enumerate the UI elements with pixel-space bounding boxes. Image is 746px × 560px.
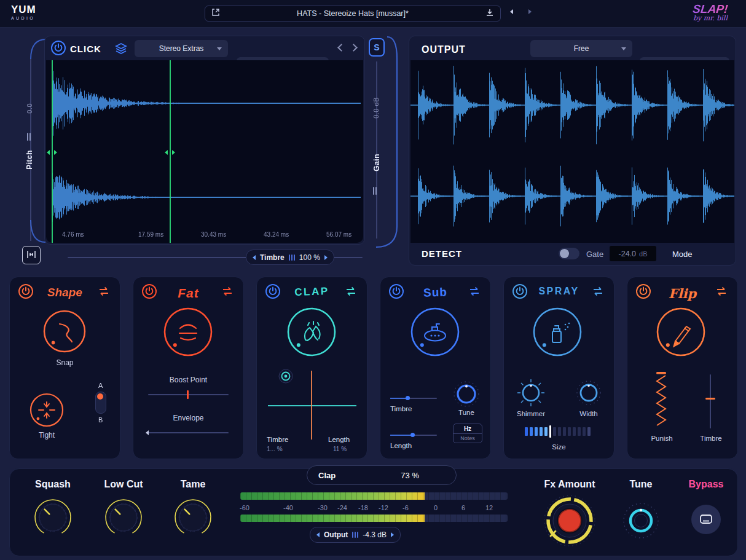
click-waveform-display[interactable]: 4.76 ms 17.59 ms 30.43 ms 43.24 ms 56.07… <box>46 60 363 243</box>
fat-route-button[interactable] <box>219 283 236 301</box>
logo-subtext: AUDIO <box>11 16 36 20</box>
end-marker-left-handle[interactable] <box>165 150 168 155</box>
boost-point-slider[interactable] <box>148 394 229 395</box>
clap-amount-slider[interactable]: Clap 73 % <box>307 465 457 485</box>
timbre-increment-icon[interactable] <box>324 255 328 260</box>
fat-power-button[interactable] <box>141 283 158 301</box>
click-panel: CLICK Stereo Extras Noise Mush 01 4.76 m… <box>44 36 365 245</box>
output-increment-icon[interactable] <box>391 532 394 537</box>
lowcut-label: Low Cut <box>93 479 154 490</box>
shimmer-knob[interactable] <box>514 376 548 412</box>
prev-noise-button[interactable] <box>337 44 345 52</box>
envelope-slider[interactable] <box>148 432 229 433</box>
spray-knob[interactable] <box>531 306 584 361</box>
pitch-label: Pitch <box>25 150 34 170</box>
tight-knob[interactable] <box>28 392 65 431</box>
sub-knob[interactable] <box>409 306 461 361</box>
end-marker-right-handle[interactable] <box>172 150 175 155</box>
sub-power-button[interactable] <box>388 283 405 301</box>
envelope-handle[interactable] <box>146 430 149 435</box>
sub-length-handle[interactable] <box>410 433 415 437</box>
clap-power-button[interactable] <box>264 283 281 301</box>
tame-knob[interactable] <box>173 497 213 540</box>
preset-bar[interactable]: HATS - Stereoize Hats [mussar]* <box>205 6 501 22</box>
sub-tune-knob[interactable] <box>452 379 481 411</box>
sub-route-button[interactable] <box>466 283 483 301</box>
timbre-value: 100 % <box>299 253 320 262</box>
click-solo-button[interactable]: S <box>369 38 385 57</box>
flip-power-button[interactable] <box>635 283 652 301</box>
shape-power-button[interactable] <box>17 283 34 301</box>
swap-icon <box>343 283 359 299</box>
next-preset-button[interactable] <box>528 9 532 14</box>
export-preset-icon[interactable] <box>211 8 220 19</box>
tight-icon <box>39 402 55 418</box>
boost-point-handle[interactable] <box>187 390 189 399</box>
scale-tick: -24 <box>337 504 347 511</box>
clap-route-button[interactable] <box>342 283 359 301</box>
save-preset-icon[interactable] <box>485 8 494 19</box>
sub-timbre-handle[interactable] <box>406 396 410 400</box>
size-handle[interactable] <box>549 425 551 438</box>
sub-timbre-slider[interactable] <box>390 398 437 399</box>
gain-slider-handle[interactable] <box>373 187 377 195</box>
size-slider[interactable] <box>525 425 591 438</box>
shape-route-button[interactable] <box>95 283 112 301</box>
clap-length-value: 11 % <box>333 446 347 452</box>
scale-tick: -12 <box>379 504 388 511</box>
gate-unit: dB <box>639 250 647 258</box>
clap-y-axis[interactable] <box>311 371 312 440</box>
squash-knob[interactable] <box>33 497 73 540</box>
clap-x-axis[interactable] <box>268 405 356 406</box>
fx-amount-knob[interactable] <box>543 494 597 550</box>
scale-tick: 12 <box>485 504 493 511</box>
sub-length-slider[interactable] <box>390 435 437 436</box>
end-marker-line[interactable] <box>170 60 171 243</box>
next-noise-button[interactable] <box>350 44 358 52</box>
timbre-decrement-icon[interactable] <box>253 255 256 260</box>
global-tune-knob[interactable] <box>621 501 661 543</box>
clap-knob[interactable] <box>285 306 338 361</box>
start-marker-right-handle[interactable] <box>54 150 57 155</box>
clap-mode-button[interactable] <box>278 368 294 387</box>
timbre-slider-pill[interactable]: Timbre 100 % <box>246 250 334 265</box>
scale-tick: -30 <box>318 504 328 511</box>
flip-timbre-slider[interactable] <box>710 374 711 428</box>
punish-slider[interactable] <box>652 372 670 431</box>
click-power-button[interactable] <box>50 40 67 57</box>
spray-route-button[interactable] <box>589 283 607 301</box>
notes-option[interactable]: Notes <box>453 434 482 443</box>
hz-option[interactable]: Hz <box>453 424 482 434</box>
logo-text: YUM <box>11 4 36 16</box>
flip-route-button[interactable] <box>713 283 730 301</box>
clap-timbre-value: 1... % <box>267 446 283 452</box>
snap-knob[interactable] <box>41 308 88 357</box>
prev-preset-button[interactable] <box>510 9 513 14</box>
scale-tick: -6 <box>402 504 409 511</box>
sync-mode-dropdown[interactable]: Free <box>530 40 632 57</box>
spray-power-button[interactable] <box>511 283 528 301</box>
click-layer-dropdown[interactable]: Stereo Extras <box>135 40 228 57</box>
lowcut-knob[interactable] <box>103 497 144 540</box>
gate-toggle[interactable] <box>559 248 579 259</box>
output-decrement-icon[interactable] <box>316 532 320 537</box>
flip-timbre-handle[interactable] <box>705 398 715 400</box>
zoom-fit-button[interactable] <box>22 246 41 264</box>
width-label: Width <box>575 410 602 417</box>
gate-threshold-field[interactable]: -24.0 dB <box>610 246 656 261</box>
layers-icon[interactable] <box>114 41 128 58</box>
output-gain-value: -4.3 dB <box>363 530 387 539</box>
module-title-spray: SPRAY <box>528 286 589 297</box>
fat-knob[interactable] <box>162 306 214 361</box>
pitch-slider-handle[interactable] <box>27 133 31 141</box>
bypass-button[interactable] <box>691 505 721 534</box>
flip-knob[interactable] <box>654 306 707 361</box>
power-icon <box>18 283 34 299</box>
output-gain-slider[interactable]: Output -4.3 dB <box>310 527 401 543</box>
swap-icon <box>713 283 729 299</box>
ab-toggle[interactable] <box>95 392 106 414</box>
hz-notes-toggle[interactable]: Hz Notes <box>453 424 482 443</box>
start-marker-left-handle[interactable] <box>47 150 50 155</box>
start-marker-line[interactable] <box>52 60 53 243</box>
width-knob[interactable] <box>574 378 603 410</box>
